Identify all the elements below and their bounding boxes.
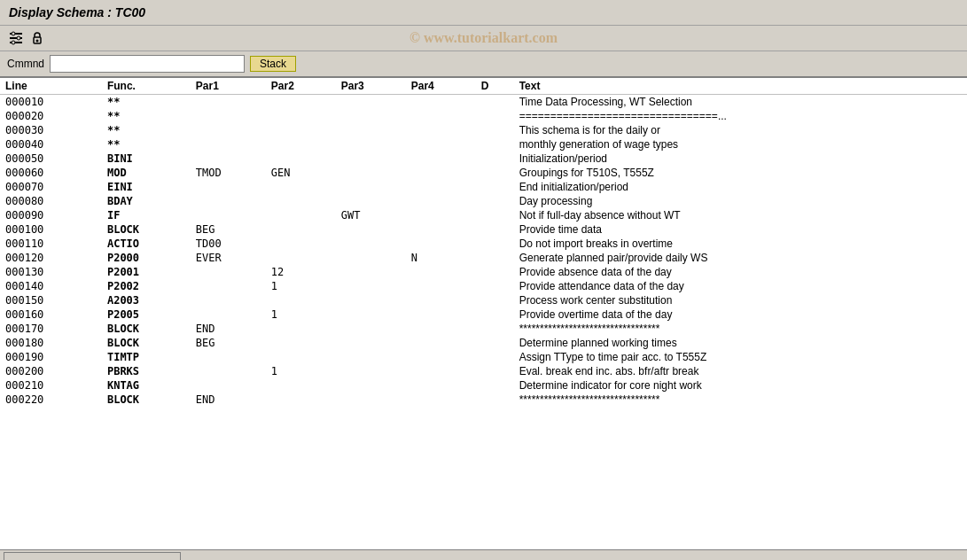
cell-3-row-2 xyxy=(266,123,336,137)
cell-3-row-0 xyxy=(266,95,336,110)
cell-0-row-12: 000130 xyxy=(0,265,102,279)
cell-0-row-13: 000140 xyxy=(0,279,102,293)
cell-7-row-15: Provide overtime data of the day xyxy=(514,307,967,322)
table-row[interactable]: 000190TIMTPAssign TType to time pair acc… xyxy=(0,350,967,364)
cell-4-row-20 xyxy=(336,378,406,393)
table-row[interactable]: 000200PBRKS1Eval. break end inc. abs. bf… xyxy=(0,364,967,378)
cell-1-row-19: PBRKS xyxy=(102,364,191,378)
cell-5-row-12 xyxy=(406,265,476,279)
table-row[interactable]: 000140P20021Provide attendance data of t… xyxy=(0,279,967,293)
col-header-func: Func. xyxy=(102,78,191,95)
table-row[interactable]: 000050BINIInitialization/period xyxy=(0,152,967,166)
cell-0-row-7: 000080 xyxy=(0,194,102,208)
cell-6-row-19 xyxy=(476,364,514,378)
lock-icon[interactable] xyxy=(28,29,46,47)
table-row[interactable]: 000180BLOCKBEGDetermine planned working … xyxy=(0,336,967,350)
cell-3-row-19: 1 xyxy=(266,364,336,378)
data-table: Line Func. Par1 Par2 Par3 Par4 D Text 00… xyxy=(0,78,967,407)
col-header-par4: Par4 xyxy=(406,78,476,95)
cell-5-row-0 xyxy=(406,95,476,110)
cell-0-row-3: 000040 xyxy=(0,137,102,152)
cell-5-row-5 xyxy=(406,166,476,180)
cell-2-row-2 xyxy=(191,123,266,137)
cell-5-row-3 xyxy=(406,137,476,152)
cell-5-row-15 xyxy=(406,307,476,322)
cell-7-row-8: Not if full-day absence without WT xyxy=(514,208,967,222)
cell-3-row-6 xyxy=(266,180,336,194)
cell-5-row-20 xyxy=(406,378,476,393)
cell-3-row-20 xyxy=(266,378,336,393)
table-row[interactable]: 000170BLOCKEND**************************… xyxy=(0,322,967,336)
cell-2-row-19 xyxy=(191,364,266,378)
cell-2-row-5: TMOD xyxy=(191,166,266,180)
table-row[interactable]: 000030**This schema is for the daily or xyxy=(0,123,967,137)
cell-3-row-3 xyxy=(266,137,336,152)
table-row[interactable]: 000060MODTMODGENGroupings for T510S, T55… xyxy=(0,166,967,180)
table-row[interactable]: 000220BLOCKEND**************************… xyxy=(0,393,967,407)
table-row[interactable]: 000010**Time Data Processing, WT Selecti… xyxy=(0,95,967,110)
cell-4-row-18 xyxy=(336,350,406,364)
cell-2-row-8 xyxy=(191,208,266,222)
cell-4-row-3 xyxy=(336,137,406,152)
cell-1-row-2: ** xyxy=(102,123,191,137)
cell-0-row-14: 000150 xyxy=(0,293,102,307)
svg-point-3 xyxy=(12,32,15,35)
cell-7-row-2: This schema is for the daily or xyxy=(514,123,967,137)
table-row[interactable]: 000090IFGWTNot if full-day absence witho… xyxy=(0,208,967,222)
cell-6-row-4 xyxy=(476,152,514,166)
cell-4-row-1 xyxy=(336,109,406,123)
cell-7-row-4: Initialization/period xyxy=(514,152,967,166)
stack-button[interactable]: Stack xyxy=(250,56,296,72)
cell-2-row-21: END xyxy=(191,393,266,407)
table-row[interactable]: 000040**monthly generation of wage types xyxy=(0,137,967,152)
table-row[interactable]: 000160P20051Provide overtime data of the… xyxy=(0,307,967,322)
cell-6-row-7 xyxy=(476,194,514,208)
cell-0-row-8: 000090 xyxy=(0,208,102,222)
svg-point-7 xyxy=(36,40,39,43)
cell-1-row-20: KNTAG xyxy=(102,378,191,393)
col-header-line: Line xyxy=(0,78,102,95)
cell-1-row-12: P2001 xyxy=(102,265,191,279)
cell-1-row-17: BLOCK xyxy=(102,336,191,350)
cell-5-row-11: N xyxy=(406,251,476,265)
col-header-par2: Par2 xyxy=(266,78,336,95)
col-header-d: D xyxy=(476,78,514,95)
cell-7-row-14: Process work center substitution xyxy=(514,293,967,307)
table-row[interactable]: 000070EINIEnd initialization/period xyxy=(0,180,967,194)
cell-6-row-8 xyxy=(476,208,514,222)
watermark: © www.tutorialkart.com xyxy=(409,30,558,46)
page-title: Display Schema : TC00 xyxy=(9,5,145,19)
cell-3-row-10 xyxy=(266,237,336,251)
cell-7-row-13: Provide attendance data of the day xyxy=(514,279,967,293)
table-row[interactable]: 000120P2000EVERNGenerate planned pair/pr… xyxy=(0,251,967,265)
cell-6-row-5 xyxy=(476,166,514,180)
cell-4-row-0 xyxy=(336,95,406,110)
cell-0-row-16: 000170 xyxy=(0,322,102,336)
cell-2-row-16: END xyxy=(191,322,266,336)
cell-5-row-21 xyxy=(406,393,476,407)
horizontal-scrollbar[interactable] xyxy=(4,552,181,561)
table-row[interactable]: 000130P200112Provide absence data of the… xyxy=(0,265,967,279)
cell-2-row-7 xyxy=(191,194,266,208)
cell-0-row-10: 000110 xyxy=(0,237,102,251)
cell-2-row-6 xyxy=(191,180,266,194)
table-row[interactable]: 000020**================================… xyxy=(0,109,967,123)
table-row[interactable]: 000080BDAYDay processing xyxy=(0,194,967,208)
table-row[interactable]: 000110ACTIOTD00Do not import breaks in o… xyxy=(0,237,967,251)
cell-1-row-15: P2005 xyxy=(102,307,191,322)
cell-0-row-0: 000010 xyxy=(0,95,102,110)
table-row[interactable]: 000210KNTAGDetermine indicator for core … xyxy=(0,378,967,393)
cell-1-row-13: P2002 xyxy=(102,279,191,293)
table-row[interactable]: 000100BLOCKBEGProvide time data xyxy=(0,222,967,237)
table-row[interactable]: 000150A2003Process work center substitut… xyxy=(0,293,967,307)
cell-0-row-9: 000100 xyxy=(0,222,102,237)
settings-icon[interactable] xyxy=(7,29,25,47)
cell-6-row-20 xyxy=(476,378,514,393)
cell-2-row-15 xyxy=(191,307,266,322)
command-bar: Cmmnd Stack xyxy=(0,51,967,78)
command-input[interactable] xyxy=(50,55,245,73)
cell-6-row-12 xyxy=(476,265,514,279)
cell-7-row-12: Provide absence data of the day xyxy=(514,265,967,279)
cell-3-row-18 xyxy=(266,350,336,364)
cell-6-row-0 xyxy=(476,95,514,110)
